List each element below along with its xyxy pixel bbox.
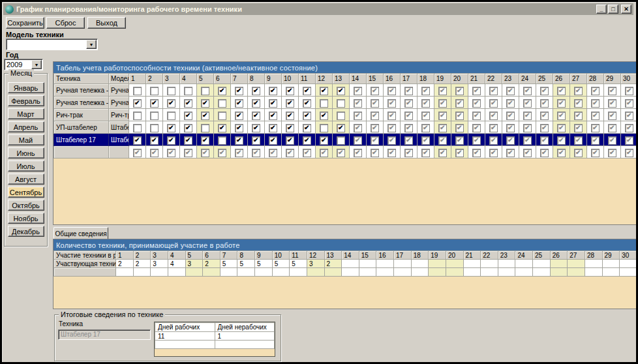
participation-cell[interactable] xyxy=(394,260,412,268)
participation-cell[interactable] xyxy=(429,260,446,268)
day-checkbox[interactable] xyxy=(218,87,226,95)
day-checkbox[interactable] xyxy=(252,99,260,108)
day-checkbox[interactable] xyxy=(320,136,328,145)
day-checkbox[interactable] xyxy=(303,124,311,132)
chevron-down-icon[interactable]: ▼ xyxy=(31,60,42,69)
day-checkbox[interactable] xyxy=(252,124,260,132)
day-checkbox[interactable] xyxy=(133,124,142,132)
participation-cell[interactable]: 2 xyxy=(133,260,151,268)
day-checkbox[interactable] xyxy=(286,87,294,95)
day-checkbox[interactable] xyxy=(235,112,243,120)
day-checkbox[interactable] xyxy=(286,112,294,120)
day-checkbox[interactable] xyxy=(320,87,328,95)
day-checkbox[interactable] xyxy=(337,112,345,120)
day-checkbox[interactable] xyxy=(269,136,277,145)
day-checkbox[interactable] xyxy=(252,87,260,95)
month-button-июнь[interactable]: Июнь xyxy=(8,147,44,159)
day-checkbox[interactable] xyxy=(303,87,311,95)
participation-cell[interactable]: 3 xyxy=(185,260,203,268)
participation-cell[interactable]: 5 xyxy=(272,260,290,268)
participation-cell[interactable] xyxy=(585,260,602,268)
day-checkbox[interactable] xyxy=(201,112,209,120)
day-checkbox[interactable] xyxy=(184,99,192,108)
day-checkbox[interactable] xyxy=(269,124,277,132)
day-checkbox[interactable] xyxy=(252,112,260,120)
equipment-row[interactable]: Рич-тракРич-трак xyxy=(54,109,637,121)
day-checkbox[interactable] xyxy=(184,87,192,95)
day-checkbox[interactable] xyxy=(235,87,243,95)
day-checkbox[interactable] xyxy=(320,99,328,108)
day-checkbox[interactable] xyxy=(218,99,226,108)
participation-cell[interactable] xyxy=(411,260,429,268)
model-combobox[interactable]: ▼ xyxy=(6,38,98,50)
day-checkbox[interactable] xyxy=(269,112,277,120)
day-checkbox[interactable] xyxy=(133,87,142,95)
day-checkbox[interactable] xyxy=(235,124,243,132)
participation-cell[interactable]: 4 xyxy=(168,260,185,268)
day-checkbox[interactable] xyxy=(303,112,311,120)
day-checkbox[interactable] xyxy=(167,136,175,145)
save-button[interactable]: Сохранить xyxy=(6,17,44,29)
day-checkbox[interactable] xyxy=(303,99,311,108)
participation-cell[interactable]: 2 xyxy=(324,260,342,268)
month-button-февраль[interactable]: Февраль xyxy=(8,95,44,106)
day-checkbox[interactable] xyxy=(150,136,159,145)
equipment-row[interactable]: Штабелер 17Штабе... xyxy=(54,134,637,146)
day-checkbox[interactable] xyxy=(167,124,175,132)
participation-cell[interactable]: 2 xyxy=(203,260,220,268)
day-checkbox[interactable] xyxy=(184,136,192,145)
day-checkbox[interactable] xyxy=(133,136,142,145)
reset-button[interactable]: Сброс xyxy=(46,17,85,29)
day-checkbox[interactable] xyxy=(201,87,209,95)
day-checkbox[interactable] xyxy=(218,136,226,145)
day-checkbox[interactable] xyxy=(218,112,226,120)
day-checkbox[interactable] xyxy=(133,112,142,120)
participation-cell[interactable] xyxy=(376,260,394,268)
participation-cell[interactable] xyxy=(342,260,359,268)
day-checkbox[interactable] xyxy=(337,124,345,132)
day-checkbox[interactable] xyxy=(320,112,328,120)
month-button-май[interactable]: Май xyxy=(8,134,44,145)
day-checkbox[interactable] xyxy=(320,124,328,132)
month-button-декабрь[interactable]: Декабрь xyxy=(8,226,44,237)
day-checkbox[interactable] xyxy=(269,87,277,95)
participation-cell[interactable] xyxy=(359,260,376,268)
day-checkbox[interactable] xyxy=(235,136,243,145)
participation-cell[interactable] xyxy=(463,260,481,268)
day-checkbox[interactable] xyxy=(218,124,226,132)
participation-cell[interactable]: 5 xyxy=(290,260,307,268)
participation-cell[interactable] xyxy=(515,260,533,268)
day-checkbox[interactable] xyxy=(150,112,159,120)
participation-cell[interactable]: 5 xyxy=(237,260,255,268)
day-checkbox[interactable] xyxy=(337,87,345,95)
month-button-август[interactable]: Август xyxy=(8,174,44,185)
close-icon[interactable]: ✕ xyxy=(621,5,631,14)
maximize-icon[interactable]: □ xyxy=(608,5,618,14)
participation-cell[interactable] xyxy=(498,260,515,268)
exit-button[interactable]: Выход xyxy=(87,17,126,29)
equipment-row[interactable]: УП-штабелерШтабе... xyxy=(54,121,637,134)
participation-cell[interactable] xyxy=(550,260,568,268)
participation-cell[interactable]: 5 xyxy=(220,260,237,268)
day-checkbox[interactable] xyxy=(133,99,142,108)
day-checkbox[interactable] xyxy=(337,136,345,145)
day-checkbox[interactable] xyxy=(184,124,192,132)
day-checkbox[interactable] xyxy=(337,99,345,108)
participation-cell[interactable]: 3 xyxy=(307,260,324,268)
day-checkbox[interactable] xyxy=(150,87,159,95)
minimize-icon[interactable]: _ xyxy=(596,5,607,14)
day-checkbox[interactable] xyxy=(286,136,294,145)
day-checkbox[interactable] xyxy=(201,124,209,132)
month-button-март[interactable]: Март xyxy=(8,108,44,119)
day-checkbox[interactable] xyxy=(167,99,175,108)
day-checkbox[interactable] xyxy=(150,99,159,108)
participation-cell[interactable] xyxy=(620,260,636,268)
equipment-row[interactable] xyxy=(54,146,637,159)
participation-cell[interactable]: 2 xyxy=(116,260,134,268)
participation-cell[interactable] xyxy=(481,260,498,268)
participation-cell[interactable]: 3 xyxy=(151,260,168,268)
day-checkbox[interactable] xyxy=(201,99,209,108)
day-checkbox[interactable] xyxy=(201,136,209,145)
day-checkbox[interactable] xyxy=(286,99,294,108)
participation-cell[interactable] xyxy=(568,260,585,268)
